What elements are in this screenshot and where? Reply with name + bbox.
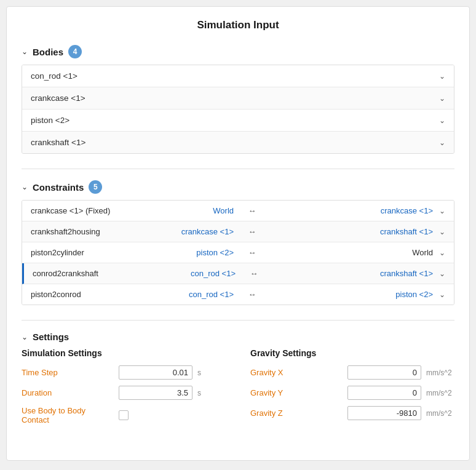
arrow-icon: ↔ <box>236 269 272 278</box>
time-step-input[interactable] <box>119 365 192 380</box>
settings-title: Settings <box>33 332 69 342</box>
table-row[interactable]: crankshaft <1> ⌄ <box>22 132 454 153</box>
constraint-name: crankcase <1> (Fixed) <box>31 206 154 215</box>
bodies-title: Bodies <box>33 47 63 57</box>
chevron-down-icon[interactable]: ⌄ <box>439 269 445 278</box>
table-row[interactable]: piston2conrod con_rod <1> ↔ piston <2> ⌄ <box>22 284 454 305</box>
body-label: piston <2> <box>31 116 439 125</box>
body-label: crankshaft <1> <box>31 138 439 147</box>
settings-row: Gravity X mm/s^2 <box>250 365 454 380</box>
duration-input[interactable] <box>119 386 192 400</box>
constraint-body1: crankcase <1> <box>154 227 234 236</box>
body-label: crankcase <1> <box>31 94 439 103</box>
constraint-name: piston2cylinder <box>31 248 154 257</box>
constraints-title: Constraints <box>33 182 84 193</box>
divider <box>22 320 454 321</box>
settings-row: Duration s <box>22 386 226 400</box>
settings-row: Gravity Y mm/s^2 <box>250 386 454 400</box>
settings-row: Time Step s <box>22 365 226 380</box>
chevron-down-icon[interactable]: ⌄ <box>439 228 445 236</box>
time-step-label: Time Step <box>22 368 114 377</box>
page-title: Simulation Input <box>22 19 454 31</box>
gravity-x-input[interactable] <box>347 365 421 380</box>
settings-header: ⌄ Settings <box>22 332 454 342</box>
table-row[interactable]: piston2cylinder piston <2> ↔ World ⌄ <box>22 242 454 263</box>
constraint-name: conrod2crankshaft <box>33 269 156 278</box>
constraint-body1: World <box>154 206 234 215</box>
constraint-body1: piston <2> <box>154 248 234 257</box>
divider <box>22 169 454 169</box>
chevron-down-icon[interactable]: ⌄ <box>439 207 445 215</box>
constraints-count-badge: 5 <box>89 180 102 194</box>
arrow-icon: ↔ <box>234 248 271 257</box>
simulation-group-title: Simulation Settings <box>22 348 226 358</box>
bodies-count-badge: 4 <box>68 45 82 58</box>
bodies-section: ⌄ Bodies 4 con_rod <1> ⌄ crankcase <1> ⌄… <box>22 45 454 154</box>
simulation-settings-col: Simulation Settings Time Step s Duration… <box>22 348 226 431</box>
table-row[interactable]: crankcase <1> ⌄ <box>22 87 454 110</box>
table-row[interactable]: crankshaft2housing crankcase <1> ↔ crank… <box>22 221 454 242</box>
settings-grid: Simulation Settings Time Step s Duration… <box>22 348 454 431</box>
gravity-y-unit: mm/s^2 <box>426 389 452 397</box>
arrow-icon: ↔ <box>234 227 271 236</box>
body-contact-label: Use Body to Body Contact <box>22 406 114 424</box>
chevron-down-icon[interactable]: ⌄ <box>439 116 445 125</box>
constraint-body2: World <box>271 248 437 257</box>
gravity-z-input[interactable] <box>347 406 421 420</box>
table-row[interactable]: conrod2crankshaft con_rod <1> ↔ cranksha… <box>22 263 454 284</box>
gravity-z-unit: mm/s^2 <box>426 409 452 418</box>
constraints-table: crankcase <1> (Fixed) World ↔ crankcase … <box>22 200 454 305</box>
constraint-body1: con_rod <1> <box>154 290 234 299</box>
constraint-body2: crankcase <1> <box>271 206 437 215</box>
constraint-body2: piston <2> <box>271 290 437 299</box>
chevron-down-icon[interactable]: ⌄ <box>439 138 445 147</box>
constraints-chevron-icon[interactable]: ⌄ <box>22 183 28 191</box>
gravity-x-label: Gravity X <box>250 368 343 377</box>
table-row[interactable]: con_rod <1> ⌄ <box>22 65 454 87</box>
gravity-y-label: Gravity Y <box>250 388 343 397</box>
chevron-down-icon[interactable]: ⌄ <box>439 249 445 257</box>
time-step-unit: s <box>197 368 201 377</box>
settings-row: Gravity Z mm/s^2 <box>250 406 454 420</box>
chevron-down-icon[interactable]: ⌄ <box>439 94 445 103</box>
constraint-body2: crankshaft <1> <box>272 269 437 278</box>
gravity-settings-col: Gravity Settings Gravity X mm/s^2 Gravit… <box>250 348 454 431</box>
settings-row: Use Body to Body Contact <box>22 406 226 424</box>
constraint-body1: con_rod <1> <box>156 269 236 278</box>
duration-unit: s <box>197 389 201 397</box>
bodies-header: ⌄ Bodies 4 <box>22 45 454 58</box>
chevron-down-icon[interactable]: ⌄ <box>439 72 445 81</box>
constraints-header: ⌄ Constraints 5 <box>22 180 454 194</box>
arrow-icon: ↔ <box>234 206 271 215</box>
table-row[interactable]: piston <2> ⌄ <box>22 110 454 132</box>
constraint-body2: crankshaft <1> <box>271 227 437 236</box>
constraint-name: piston2conrod <box>31 290 154 299</box>
gravity-group-title: Gravity Settings <box>250 348 454 358</box>
gravity-y-input[interactable] <box>347 386 421 400</box>
gravity-x-unit: mm/s^2 <box>426 368 452 377</box>
settings-section: ⌄ Settings Simulation Settings Time Step… <box>22 332 454 431</box>
duration-label: Duration <box>22 388 114 397</box>
body-label: con_rod <1> <box>31 71 439 81</box>
main-panel: Simulation Input ⌄ Bodies 4 con_rod <1> … <box>6 6 470 461</box>
settings-chevron-icon[interactable]: ⌄ <box>22 333 28 341</box>
table-row[interactable]: crankcase <1> (Fixed) World ↔ crankcase … <box>22 201 454 221</box>
bodies-table: con_rod <1> ⌄ crankcase <1> ⌄ piston <2>… <box>22 65 454 154</box>
constraints-section: ⌄ Constraints 5 crankcase <1> (Fixed) Wo… <box>22 180 454 305</box>
body-contact-checkbox[interactable] <box>119 410 129 420</box>
bodies-chevron-icon[interactable]: ⌄ <box>22 47 28 56</box>
chevron-down-icon[interactable]: ⌄ <box>439 290 445 299</box>
constraint-name: crankshaft2housing <box>31 227 154 236</box>
arrow-icon: ↔ <box>234 290 271 299</box>
gravity-z-label: Gravity Z <box>250 408 343 418</box>
